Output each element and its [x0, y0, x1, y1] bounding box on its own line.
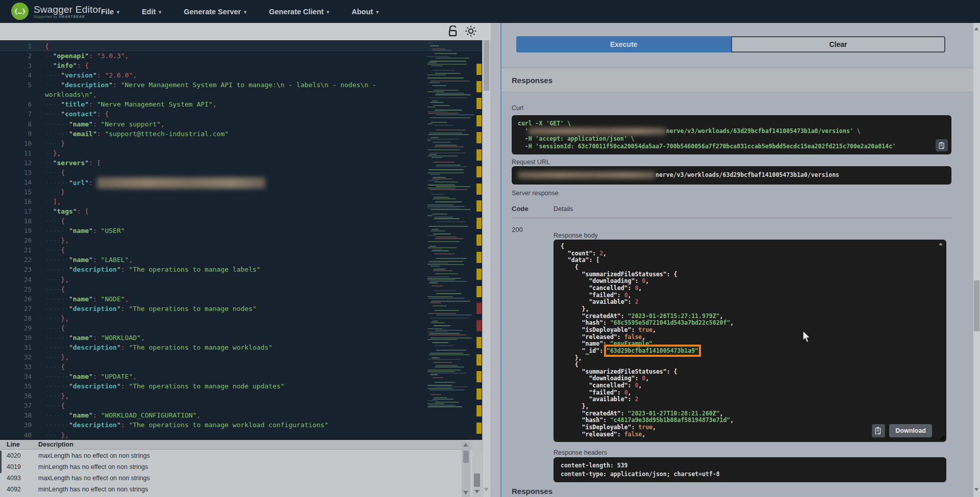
menu-edit[interactable]: Edit▼	[142, 8, 162, 16]
code-line: ··},	[45, 148, 426, 158]
warning-marker[interactable]	[476, 200, 482, 212]
line-number: 32	[0, 352, 32, 362]
code-line: ····}	[45, 139, 426, 148]
editor-minimap[interactable]	[428, 42, 474, 438]
warning-marker[interactable]	[476, 132, 482, 143]
warning-marker[interactable]	[476, 81, 482, 92]
line-number: 16	[0, 197, 32, 206]
warning-marker[interactable]	[476, 252, 482, 263]
code-editor[interactable]: 1234567891011121314151617181920212223242…	[0, 40, 482, 440]
response-headers-block: content-length: 539content-type: applica…	[554, 457, 946, 482]
validation-row[interactable]: 4092minLength has no effect on non strin…	[0, 484, 459, 495]
execute-button[interactable]: Execute	[516, 36, 731, 53]
line-number: 13	[0, 168, 32, 177]
warning-marker[interactable]	[476, 269, 482, 280]
request-url-label: Request URL	[512, 159, 550, 166]
download-button[interactable]: Download	[889, 424, 932, 437]
warning-marker[interactable]	[476, 98, 482, 109]
menu-generate-client[interactable]: Generate Client▼	[269, 8, 330, 16]
warning-marker[interactable]	[476, 354, 482, 365]
warning-marker[interactable]	[476, 234, 482, 246]
app-title: Swagger Editor.	[34, 5, 104, 14]
warning-marker[interactable]	[476, 218, 482, 229]
warning-marker[interactable]	[476, 423, 482, 434]
response-json-line: "isDeployable": true,	[561, 424, 946, 431]
response-json-line: "released": false,	[561, 431, 946, 438]
response-json-line: {	[561, 361, 946, 369]
response-json-line: "name": "envExample",	[561, 341, 946, 348]
code-line: ······"description": "The operations to …	[45, 381, 426, 391]
line-number: 11	[0, 148, 32, 158]
copy-curl-button[interactable]	[936, 139, 948, 151]
validation-row[interactable]: 4020maxLength has no effect on non strin…	[0, 451, 459, 462]
response-json-line: "isDeployable": true,	[561, 327, 946, 334]
warning-marker[interactable]	[476, 371, 482, 382]
warning-marker[interactable]	[476, 115, 482, 126]
request-url-value: nerve/v3/workloads/63d29bcfbaf141005473b…	[518, 171, 945, 179]
line-number: 29	[0, 323, 32, 333]
line-number-gutter: 1234567891011121314151617181920212223242…	[0, 41, 32, 440]
code-line: ······"name": "UPDATE",	[45, 372, 426, 381]
warning-marker[interactable]	[476, 405, 482, 416]
line-number: 26	[0, 294, 32, 304]
line-number: 4	[0, 70, 32, 80]
response-json-line: {	[561, 264, 946, 271]
line-number: 28	[0, 313, 32, 323]
warning-marker[interactable]	[476, 337, 482, 348]
error-list-scrollbar[interactable]	[462, 441, 470, 497]
code-line: ······"description": "The operations to …	[45, 343, 426, 352]
error-description: maxLength has no effect on non strings	[38, 475, 150, 482]
code-line: ····{	[45, 284, 426, 294]
warning-marker[interactable]	[476, 149, 482, 161]
code-line: ····},	[45, 430, 426, 440]
page-scrollbar[interactable]	[973, 23, 980, 497]
code-line: ····{	[45, 168, 426, 177]
response-json-line: {	[561, 243, 946, 250]
response-scroll-up-icon[interactable]	[939, 243, 943, 246]
code-line: ··"info": {	[45, 61, 426, 70]
validation-row[interactable]: 4093maxLength has no effect on non strin…	[0, 473, 459, 484]
error-marker[interactable]	[476, 320, 482, 331]
menu-generate-server[interactable]: Generate Server▼	[184, 8, 247, 16]
error-marker[interactable]	[476, 303, 482, 314]
clear-button[interactable]: Clear	[731, 36, 945, 53]
menu-file[interactable]: File▼	[101, 8, 120, 16]
redacted-url	[97, 177, 265, 189]
response-headers-label: Response headers	[554, 449, 607, 456]
code-column-header: Code	[512, 205, 529, 213]
validation-row[interactable]: 4019minLength has no effect on non strin…	[0, 462, 459, 473]
code-line: workloads\n",	[45, 90, 426, 99]
line-number: 12	[0, 158, 32, 168]
curl-block[interactable]: curl -X 'GET' \ 'nerve/v3/workloads/63d2…	[512, 115, 951, 154]
line-number: 36	[0, 391, 32, 401]
highlighted-id-annotation: "63d29bcfbaf141005473b1a9"	[607, 347, 698, 354]
warning-marker[interactable]	[476, 64, 482, 75]
split-gutter[interactable]	[490, 23, 500, 497]
app-logo[interactable]: {…} Swagger Editor. Supported by SMARTBE…	[11, 3, 104, 20]
line-number: 38	[0, 410, 32, 420]
code-line: ····{	[45, 362, 426, 372]
copy-response-button[interactable]	[872, 424, 885, 437]
menu-about[interactable]: About▼	[351, 8, 380, 16]
warning-marker[interactable]	[476, 166, 482, 177]
server-response-label: Server response	[512, 190, 559, 197]
code-line: ····{	[45, 216, 426, 226]
left-pane-scrollbar[interactable]	[483, 23, 490, 497]
responses-bottom-title: Responses	[512, 487, 552, 495]
response-body-block[interactable]: { "count": 2, "data": [ { "summarizedFil…	[554, 240, 946, 442]
line-number: 21	[0, 245, 32, 255]
resize-grip[interactable]	[939, 435, 944, 440]
brightness-icon[interactable]	[465, 25, 476, 39]
warning-marker[interactable]	[476, 388, 482, 400]
warning-marker[interactable]	[476, 184, 482, 195]
line-number: 25	[0, 284, 32, 294]
editor-inner-scrollbar[interactable]	[472, 440, 482, 497]
code-line: ····},	[45, 236, 426, 245]
warning-marker[interactable]	[476, 286, 482, 297]
line-number: 22	[0, 255, 32, 265]
unlock-icon[interactable]	[448, 25, 458, 39]
response-header-line: content-length: 539	[561, 461, 939, 470]
curl-line: 'nerve/v3/workloads/63d29bcfbaf141005473…	[518, 127, 945, 135]
menu-bar: File▼Edit▼Generate Server▼Generate Clien…	[101, 0, 380, 23]
response-json-line: "cancelled": 0,	[561, 382, 946, 389]
